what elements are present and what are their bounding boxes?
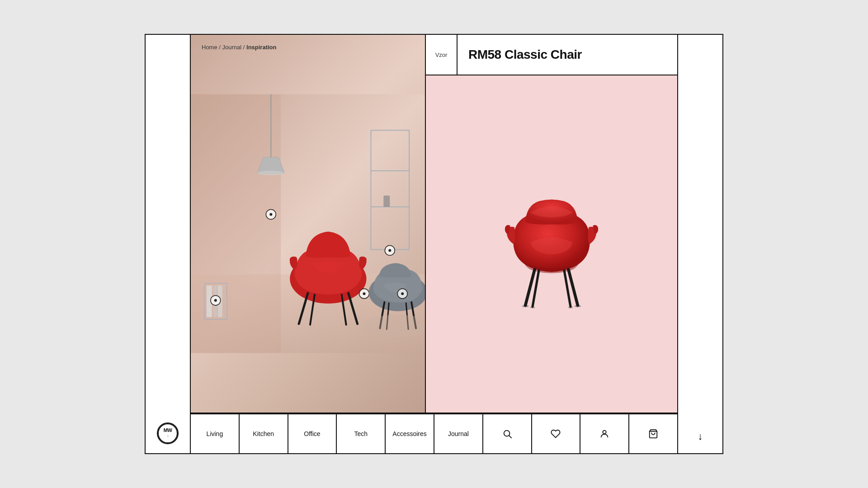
- svg-point-46: [568, 306, 573, 309]
- search-icon: [502, 429, 512, 439]
- svg-point-23: [214, 299, 217, 302]
- svg-rect-14: [383, 196, 390, 207]
- nav-item-search[interactable]: [483, 414, 532, 453]
- svg-point-45: [530, 306, 535, 309]
- nav-item-kitchen[interactable]: Kitchen: [240, 414, 288, 453]
- product-header: Vzor RM58 Classic Chair: [426, 35, 677, 75]
- svg-point-49: [603, 431, 606, 434]
- logo[interactable]: MW ○: [157, 422, 179, 444]
- vzor-label: Vzor: [426, 35, 458, 75]
- download-icon[interactable]: ↓: [698, 431, 703, 442]
- bottom-navigation: Living Kitchen Office Tech Accessoires J…: [191, 413, 677, 453]
- nav-item-tech[interactable]: Tech: [337, 414, 386, 453]
- left-sidebar: MW ○: [146, 35, 191, 453]
- top-section: Home / Journal / Inspiration: [191, 35, 677, 413]
- svg-point-8: [257, 171, 284, 175]
- svg-point-37: [401, 292, 404, 295]
- product-title-cell: RM58 Classic Chair: [458, 35, 677, 75]
- nav-item-cart[interactable]: [629, 414, 677, 453]
- product-title: RM58 Classic Chair: [468, 47, 582, 62]
- scene-background: [191, 35, 425, 413]
- svg-point-30: [363, 292, 366, 295]
- svg-point-44: [574, 305, 581, 307]
- nav-item-journal[interactable]: Journal: [434, 414, 483, 453]
- breadcrumb: Home / Journal / Inspiration: [202, 44, 276, 51]
- svg-point-43: [522, 305, 529, 307]
- nav-item-account[interactable]: [580, 414, 629, 453]
- bag-icon: [648, 429, 658, 439]
- product-panel: Vzor RM58 Classic Chair: [426, 35, 677, 413]
- product-image-area: [426, 75, 677, 413]
- nav-item-wishlist[interactable]: [532, 414, 581, 453]
- svg-point-0: [158, 424, 177, 443]
- user-icon: [599, 429, 609, 439]
- svg-line-48: [509, 436, 511, 438]
- nav-item-living[interactable]: Living: [191, 414, 240, 453]
- right-sidebar: ↓: [677, 35, 722, 453]
- svg-point-16: [388, 249, 391, 252]
- svg-text:MW: MW: [164, 427, 173, 433]
- main-frame: MW ○ ↓ Home / Journal / Inspiration: [145, 34, 723, 454]
- svg-text:○: ○: [167, 435, 169, 437]
- nav-item-office[interactable]: Office: [288, 414, 337, 453]
- nav-item-accessoires[interactable]: Accessoires: [386, 414, 434, 453]
- heart-icon: [551, 429, 561, 439]
- scene-panel: Home / Journal / Inspiration: [191, 35, 426, 413]
- svg-point-10: [269, 213, 272, 216]
- main-content: Home / Journal / Inspiration: [191, 35, 677, 453]
